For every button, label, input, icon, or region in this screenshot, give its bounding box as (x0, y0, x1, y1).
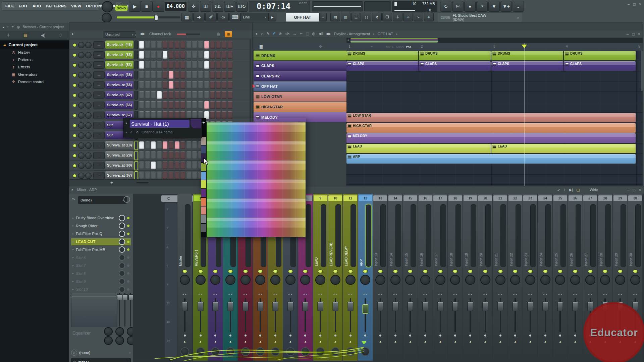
eq-knob[interactable] (104, 336, 113, 345)
step-cell[interactable] (157, 172, 162, 179)
color-swatch[interactable] (201, 189, 206, 197)
browser-menu-icon[interactable]: ▸ (3, 25, 4, 29)
slot-menu-icon[interactable]: ▸ (72, 256, 74, 259)
mixer-strip-insert-21[interactable]: 21Insert 21◂ ▸▲ (493, 194, 507, 361)
mixer-minimize-button[interactable]: – (627, 188, 630, 192)
strip-number[interactable]: 23 (523, 195, 537, 201)
strip-pan-knob[interactable] (225, 275, 235, 285)
strip-stereo-sep[interactable]: ◂ ▸ (313, 293, 328, 296)
strip-record-dot[interactable] (499, 335, 501, 337)
channel-led[interactable] (73, 144, 76, 147)
strip-mute-led[interactable] (453, 269, 458, 273)
strip-send-knob[interactable] (241, 347, 250, 356)
pattern-item-low-gtar[interactable]: LOW-GTAR (254, 92, 347, 102)
snap-selector[interactable]: Line▸ (240, 13, 269, 21)
speaker-icon[interactable]: ◀) (41, 33, 45, 38)
mixer-menu-icon[interactable]: ▸ (72, 188, 73, 191)
strip-pan-knob[interactable] (285, 275, 296, 285)
strip-number[interactable]: 24 (538, 195, 552, 201)
strip-mute-led[interactable] (513, 269, 518, 273)
strip-record-dot[interactable] (394, 335, 396, 337)
help-button[interactable]: ? (476, 1, 488, 12)
strip-record-dot[interactable] (409, 335, 411, 337)
channel-volume-knob[interactable] (85, 142, 92, 149)
delay-compensation-knob[interactable] (123, 196, 130, 203)
strip-mute-led[interactable] (633, 269, 638, 273)
step-cell[interactable] (216, 101, 221, 109)
strip-stereo-sep[interactable]: ◂ ▸ (343, 293, 358, 296)
menu-edit[interactable]: EDIT (19, 4, 28, 8)
strip-record-dot[interactable] (259, 335, 261, 337)
magnet-icon[interactable]: ∩ (261, 32, 264, 36)
playlist-close-button[interactable]: × (638, 32, 640, 37)
strip-send-knob[interactable] (226, 347, 235, 356)
strip-fader-handle[interactable] (392, 302, 398, 311)
slot-enable-led[interactable] (127, 217, 129, 219)
strip-route-arrow[interactable]: ▲ (298, 340, 313, 343)
step-cell[interactable] (157, 101, 162, 109)
touch-button[interactable]: ✛ (403, 13, 413, 21)
strip-number[interactable]: 28 (598, 195, 612, 201)
strip-send-knob[interactable] (211, 347, 220, 356)
step-cell[interactable] (228, 81, 232, 89)
strip-mute-led[interactable] (318, 269, 323, 273)
slot-mix-knob[interactable] (119, 254, 125, 261)
strip-fader-handle[interactable] (318, 302, 323, 311)
step-cell[interactable] (192, 81, 197, 89)
download-button[interactable]: ⇩ (424, 13, 434, 21)
app-maximize-button[interactable]: □ (633, 2, 636, 7)
strip-route-arrow[interactable]: ▲ (523, 340, 537, 343)
strip-mute-led[interactable] (423, 269, 428, 273)
mixer-strip-master[interactable]: Master◂ ▸▲ (177, 194, 192, 361)
channel-display[interactable]: — (93, 152, 105, 159)
detach-icon[interactable]: ➶ (557, 188, 560, 192)
strip-record-dot[interactable] (200, 335, 202, 337)
pattern-item-drums[interactable]: DRUMS (254, 51, 347, 60)
menu-arrow-icon[interactable]: ▸ (256, 32, 258, 36)
metronome-button[interactable]: Ш (200, 1, 211, 12)
pin-icon[interactable]: ⍑ (564, 188, 566, 192)
step-cell[interactable] (139, 81, 144, 89)
slot-enable-led[interactable] (127, 264, 129, 267)
step-cell[interactable] (145, 81, 150, 89)
oscilloscope[interactable] (312, 1, 363, 11)
strip-record-dot[interactable] (424, 335, 426, 337)
clip-claps[interactable]: CLAPS (419, 61, 491, 71)
strip-fader-handle[interactable] (513, 302, 518, 311)
step-cell[interactable] (180, 71, 185, 79)
strip-fader-handle[interactable] (542, 302, 548, 311)
step-cell[interactable] (163, 172, 167, 179)
strip-stereo-sep[interactable]: ◂ ▸ (493, 293, 507, 296)
strip-fader-handle[interactable] (573, 302, 578, 311)
strip-send-knob[interactable] (271, 347, 280, 356)
channel-button[interactable]: Surviva..at(10) (105, 141, 133, 149)
strip-stereo-sep[interactable]: ◂ ▸ (598, 293, 612, 296)
strip-mute-led[interactable] (528, 269, 533, 273)
strip-route-arrow[interactable]: ▲ (328, 340, 342, 343)
chat-button[interactable]: ◒ (513, 1, 524, 12)
strip-route-arrow[interactable]: ▲ (433, 340, 447, 343)
channel-led[interactable] (73, 174, 76, 178)
strip-fader-handle[interactable] (468, 302, 473, 311)
strip-send-knob[interactable] (361, 347, 370, 356)
shuffle-knob[interactable] (102, 13, 112, 23)
channel-pan-knob[interactable] (78, 62, 85, 68)
step-cell[interactable] (210, 101, 215, 109)
strip-mute-led[interactable] (273, 269, 278, 273)
step-cell[interactable] (157, 71, 162, 79)
step-cell[interactable] (186, 71, 191, 79)
step-cell[interactable] (186, 172, 191, 179)
strip-fader-handle[interactable] (497, 302, 503, 311)
step-cell[interactable] (139, 91, 144, 99)
mic-button[interactable]: ♦ (464, 1, 476, 12)
slice-icon[interactable]: ✄ (300, 32, 303, 36)
strip-pan-knob[interactable] (405, 275, 415, 285)
step-cell[interactable] (210, 91, 215, 99)
step-edit-button[interactable]: ✐ (205, 13, 217, 21)
export-button[interactable]: ▼+ (500, 1, 512, 12)
strip-record-dot[interactable] (245, 335, 247, 337)
effect-slot-7[interactable]: ▸Slot 7 (71, 262, 131, 269)
effect-slot-9[interactable]: ▸Slot 9 (71, 278, 131, 285)
step-cell[interactable] (139, 71, 144, 79)
strip-route-arrow[interactable]: ▲ (177, 340, 192, 343)
